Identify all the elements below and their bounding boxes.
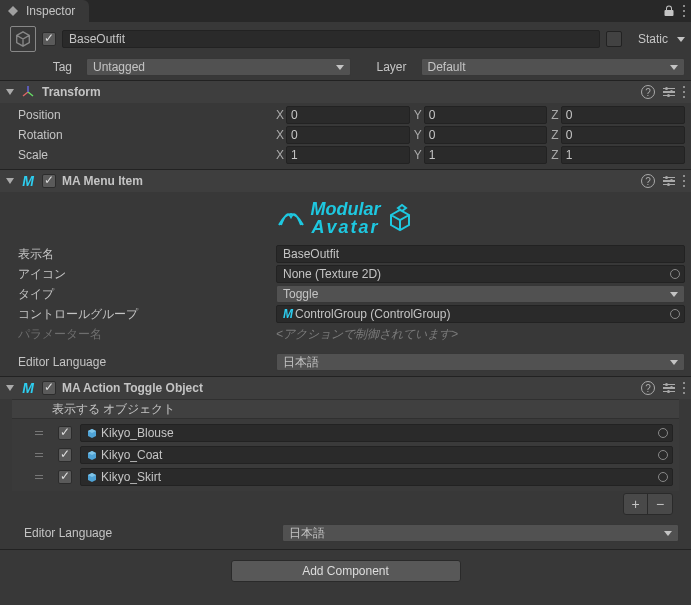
remove-item-button[interactable]: −	[648, 494, 672, 514]
add-component-row: Add Component	[0, 550, 691, 592]
editor-lang-select[interactable]: 日本語	[276, 353, 685, 371]
transform-header[interactable]: Transform ?	[0, 81, 691, 103]
fold-arrow-icon	[6, 385, 14, 391]
preset-icon[interactable]	[663, 384, 675, 393]
drag-handle-icon[interactable]	[34, 453, 44, 457]
static-dropdown-icon[interactable]	[677, 37, 685, 42]
position-label: Position	[6, 108, 276, 122]
transform-title: Transform	[42, 85, 635, 99]
drag-handle-icon[interactable]	[34, 431, 44, 435]
scale-label: Scale	[6, 148, 276, 162]
ma-icon: M	[20, 173, 36, 189]
scale-z-input[interactable]	[561, 146, 685, 164]
icon-label: アイコン	[6, 266, 276, 283]
icon-field[interactable]: None (Texture 2D)	[276, 265, 685, 283]
fold-arrow-icon	[6, 89, 14, 95]
component-menu-icon[interactable]	[683, 86, 685, 98]
item-checkbox[interactable]	[58, 448, 72, 462]
static-checkbox[interactable]	[606, 31, 622, 47]
ma-menu-enabled-checkbox[interactable]	[42, 174, 56, 188]
controlgroup-label: コントロールグループ	[6, 306, 276, 323]
item-object-field[interactable]: Kikyo_Blouse	[80, 424, 673, 442]
static-label: Static	[638, 32, 668, 46]
paramname-label: パラメーター名	[6, 326, 276, 343]
gameobject-icon[interactable]	[10, 26, 36, 52]
object-picker-icon[interactable]	[670, 269, 680, 279]
list-item: Kikyo_Skirt	[34, 466, 673, 488]
add-component-button[interactable]: Add Component	[231, 560, 461, 582]
gameobject-icon	[87, 450, 97, 460]
gameobject-enabled-checkbox[interactable]	[42, 32, 56, 46]
rotation-row: Rotation X Y Z	[6, 125, 685, 145]
object-picker-icon[interactable]	[670, 309, 680, 319]
gameobject-icon	[87, 472, 97, 482]
ma-action-title: MA Action Toggle Object	[62, 381, 635, 395]
component-menu-icon[interactable]	[683, 175, 685, 187]
rotation-label: Rotation	[6, 128, 276, 142]
list-item: Kikyo_Blouse	[34, 422, 673, 444]
ma-action-body: 表示する オブジェクト Kikyo_Blouse Kikyo_Coat Kiky…	[0, 399, 691, 549]
rotation-y-input[interactable]	[424, 126, 548, 144]
position-y-input[interactable]	[424, 106, 548, 124]
fold-arrow-icon	[6, 178, 14, 184]
rotation-z-input[interactable]	[561, 126, 685, 144]
add-item-button[interactable]: +	[624, 494, 648, 514]
item-checkbox[interactable]	[58, 426, 72, 440]
help-icon[interactable]: ?	[641, 85, 655, 99]
paramname-placeholder: <アクションで制御されています>	[276, 326, 458, 343]
modular-avatar-logo: ModularAvatar	[277, 200, 415, 236]
tag-layer-row: Tag Untagged Layer Default	[0, 56, 691, 80]
item-checkbox[interactable]	[58, 470, 72, 484]
transform-icon	[20, 84, 36, 100]
position-z-input[interactable]	[561, 106, 685, 124]
gameobject-header: Static	[0, 22, 691, 56]
item-object-field[interactable]: Kikyo_Coat	[80, 446, 673, 464]
list-item: Kikyo_Coat	[34, 444, 673, 466]
controlgroup-field[interactable]: MControlGroup (ControlGroup)	[276, 305, 685, 323]
scale-y-input[interactable]	[424, 146, 548, 164]
preset-icon[interactable]	[663, 88, 675, 97]
scale-x-input[interactable]	[286, 146, 410, 164]
transform-body: Position X Y Z Rotation X Y Z Scale X Y …	[0, 103, 691, 169]
list-footer: + −	[12, 491, 679, 517]
tab-menu-icon[interactable]	[683, 5, 685, 17]
editor-lang-label: Editor Language	[6, 355, 276, 369]
scale-row: Scale X Y Z	[6, 145, 685, 165]
preset-icon[interactable]	[663, 177, 675, 186]
ma-menu-header[interactable]: M MA Menu Item ?	[0, 170, 691, 192]
rotation-x-input[interactable]	[286, 126, 410, 144]
layer-value: Default	[428, 60, 466, 74]
item-object-field[interactable]: Kikyo_Skirt	[80, 468, 673, 486]
ma-icon: M	[283, 307, 293, 321]
displayname-label: 表示名	[6, 246, 276, 263]
ma-icon: M	[20, 380, 36, 396]
ma-action-header[interactable]: M MA Action Toggle Object ?	[0, 377, 691, 399]
lock-icon[interactable]	[663, 5, 675, 17]
layer-select[interactable]: Default	[421, 58, 686, 76]
position-row: Position X Y Z	[6, 105, 685, 125]
ma-menu-body: ModularAvatar 表示名 アイコン None (Texture 2D)…	[0, 192, 691, 376]
position-x-input[interactable]	[286, 106, 410, 124]
type-select[interactable]: Toggle	[276, 285, 685, 303]
tag-value: Untagged	[93, 60, 145, 74]
tag-select[interactable]: Untagged	[86, 58, 351, 76]
inspector-tab[interactable]: Inspector	[0, 0, 89, 22]
tab-bar: Inspector	[0, 0, 691, 22]
object-picker-icon[interactable]	[658, 472, 668, 482]
editor-lang-select-2[interactable]: 日本語	[282, 524, 679, 542]
gameobject-icon	[87, 428, 97, 438]
object-picker-icon[interactable]	[658, 428, 668, 438]
type-label: タイプ	[6, 286, 276, 303]
component-menu-icon[interactable]	[683, 382, 685, 394]
tag-label: Tag	[32, 60, 80, 74]
drag-handle-icon[interactable]	[34, 475, 44, 479]
toggle-list-header: 表示する オブジェクト	[12, 399, 679, 419]
help-icon[interactable]: ?	[641, 174, 655, 188]
object-picker-icon[interactable]	[658, 450, 668, 460]
ma-menu-title: MA Menu Item	[62, 174, 635, 188]
layer-label: Layer	[357, 60, 415, 74]
displayname-input[interactable]	[276, 245, 685, 263]
help-icon[interactable]: ?	[641, 381, 655, 395]
gameobject-name-input[interactable]	[62, 30, 600, 48]
ma-action-enabled-checkbox[interactable]	[42, 381, 56, 395]
